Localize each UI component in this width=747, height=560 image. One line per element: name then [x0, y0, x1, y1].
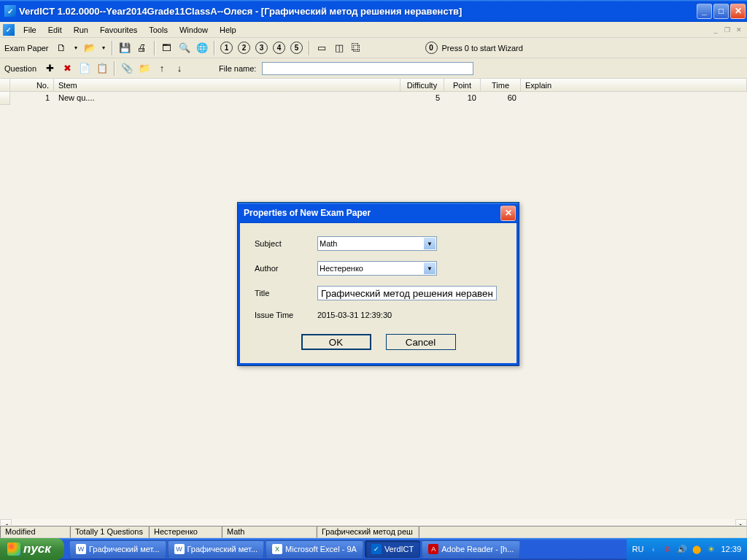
menu-edit[interactable]: Edit: [42, 24, 68, 36]
open-dropdown-icon[interactable]: ▾: [100, 41, 107, 55]
properties-button[interactable]: 🗔: [160, 41, 174, 55]
new-button[interactable]: 🗋: [55, 41, 69, 55]
tray-network-icon[interactable]: 🔊: [677, 544, 687, 554]
status-subject: Math: [222, 526, 317, 538]
taskbar-item[interactable]: XMicrosoft Excel - 9A: [266, 540, 363, 558]
status-author: Нестеренко: [149, 526, 222, 538]
app-icon: ✓: [4, 5, 16, 17]
attach-button[interactable]: 📎: [120, 61, 134, 76]
step4-button[interactable]: 4: [272, 41, 287, 55]
layout2-button[interactable]: ◫: [332, 41, 347, 55]
taskbar-item-active[interactable]: ✓VerdICT: [365, 540, 420, 558]
table-row[interactable]: 1 New qu.... 5 10 60: [0, 92, 747, 105]
chevron-down-icon: ▼: [424, 238, 436, 249]
title-input[interactable]: [317, 286, 497, 300]
dialog-titlebar[interactable]: Properties of New Exam Paper ✕: [238, 203, 519, 223]
wizard-hint: 0 Press 0 to start Wizard: [425, 42, 523, 54]
dialog-close-button[interactable]: ✕: [500, 206, 516, 221]
globe-button[interactable]: 🌐: [195, 41, 209, 55]
print-button[interactable]: 🖨: [135, 41, 150, 55]
language-indicator[interactable]: RU: [632, 545, 644, 553]
delete-question-button[interactable]: ✖: [60, 61, 74, 76]
label-subject: Subject: [255, 239, 317, 248]
step1-button[interactable]: 1: [220, 41, 234, 55]
col-explain[interactable]: Explain: [521, 79, 747, 91]
toolbar-question: Question ✚ ✖ 📄 📋 📎 📁 ↑ ↓ File name:: [0, 58, 747, 79]
dialog-title-text: Properties of New Exam Paper: [244, 208, 500, 218]
col-time[interactable]: Time: [481, 79, 521, 91]
tray-app-icon[interactable]: ⬤: [692, 544, 702, 554]
zero-icon: 0: [425, 42, 438, 54]
open-button[interactable]: 📂: [82, 41, 97, 55]
mdi-restore-button[interactable]: ❐: [722, 25, 732, 35]
cell-no: 1: [10, 92, 54, 105]
word-icon: W: [174, 544, 185, 554]
author-select[interactable]: Нестеренко ▼: [317, 261, 437, 276]
subject-value: Math: [320, 239, 337, 248]
folder-button[interactable]: 📁: [137, 61, 152, 76]
toolbar-label-exam-paper: Exam Paper: [4, 44, 49, 52]
subject-select[interactable]: Math ▼: [317, 236, 437, 251]
move-down-button[interactable]: ↓: [172, 61, 187, 76]
menu-favourites[interactable]: Favourites: [94, 24, 143, 36]
system-tray: RU ‹ K 🔊 ⬤ ☀ 12:39: [627, 538, 747, 560]
windows-taskbar: пуск WГрафический мет... WГрафический ме…: [0, 538, 747, 560]
copy-button[interactable]: 📄: [77, 61, 92, 76]
cell-difficulty: 5: [400, 92, 444, 105]
taskbar-item[interactable]: WГрафический мет...: [69, 540, 166, 558]
statusbar: Modified Totally 1 Questions Нестеренко …: [0, 525, 747, 538]
verdict-icon: ✓: [371, 544, 382, 554]
start-button[interactable]: пуск: [0, 538, 64, 560]
row-header-col: [0, 79, 10, 91]
layout1-button[interactable]: ▭: [314, 41, 329, 55]
tray-clock[interactable]: 12:39: [721, 545, 741, 553]
menu-window[interactable]: Window: [174, 24, 214, 36]
save-button[interactable]: 💾: [117, 41, 132, 55]
status-spacer: [419, 526, 747, 538]
minimize-button[interactable]: _: [697, 4, 712, 19]
filename-label: File name:: [219, 64, 256, 73]
filename-input[interactable]: [262, 62, 473, 75]
step2-button[interactable]: 2: [237, 41, 252, 55]
maximize-button[interactable]: □: [713, 4, 729, 19]
ok-button[interactable]: OK: [301, 334, 371, 350]
preview-button[interactable]: 🔍: [177, 41, 192, 55]
col-stem[interactable]: Stem: [54, 79, 400, 91]
toolbar-label-question: Question: [4, 64, 36, 73]
tray-app-icon[interactable]: ☀: [706, 544, 716, 554]
adobe-icon: A: [428, 544, 438, 554]
window-titlebar: ✓ VerdICT 1.02.0000--Year2014Grade11Clas…: [0, 0, 747, 22]
new-dropdown-icon[interactable]: ▾: [72, 41, 80, 55]
taskbar-item[interactable]: WГрафический мет...: [168, 540, 265, 558]
menu-help[interactable]: Help: [214, 24, 242, 36]
taskbar-item[interactable]: AAdobe Reader - [h...: [422, 540, 520, 558]
mdi-minimize-button[interactable]: _: [711, 25, 721, 35]
menu-file[interactable]: File: [18, 24, 42, 36]
layout3-button[interactable]: ⿻: [349, 41, 364, 55]
col-difficulty[interactable]: Difficulty: [400, 79, 444, 91]
tray-kaspersky-icon[interactable]: K: [662, 544, 673, 554]
add-question-button[interactable]: ✚: [42, 61, 57, 76]
cell-time: 60: [481, 92, 521, 105]
col-no[interactable]: No.: [10, 79, 54, 91]
status-title: Графический метод реш: [317, 526, 419, 538]
excel-icon: X: [272, 544, 282, 554]
menu-run[interactable]: Run: [68, 24, 94, 36]
label-author: Author: [255, 264, 317, 273]
step3-button[interactable]: 3: [255, 41, 269, 55]
menu-tools[interactable]: Tools: [143, 24, 174, 36]
row-selector[interactable]: [0, 92, 10, 105]
move-up-button[interactable]: ↑: [155, 61, 169, 76]
cell-point: 10: [444, 92, 481, 105]
col-point[interactable]: Point: [444, 79, 481, 91]
paste-button[interactable]: 📋: [95, 61, 109, 76]
issue-time-value: 2015-03-31 12:39:30: [317, 311, 392, 319]
status-total: Totally 1 Questions: [70, 526, 149, 538]
window-close-button[interactable]: ✕: [730, 4, 746, 19]
word-icon: W: [76, 544, 86, 554]
tray-chevron-icon[interactable]: ‹: [648, 544, 658, 554]
mdi-close-button[interactable]: ✕: [734, 25, 744, 35]
step5-button[interactable]: 5: [290, 41, 304, 55]
properties-dialog: Properties of New Exam Paper ✕ Subject M…: [237, 202, 519, 366]
cancel-button[interactable]: Cancel: [386, 334, 456, 350]
